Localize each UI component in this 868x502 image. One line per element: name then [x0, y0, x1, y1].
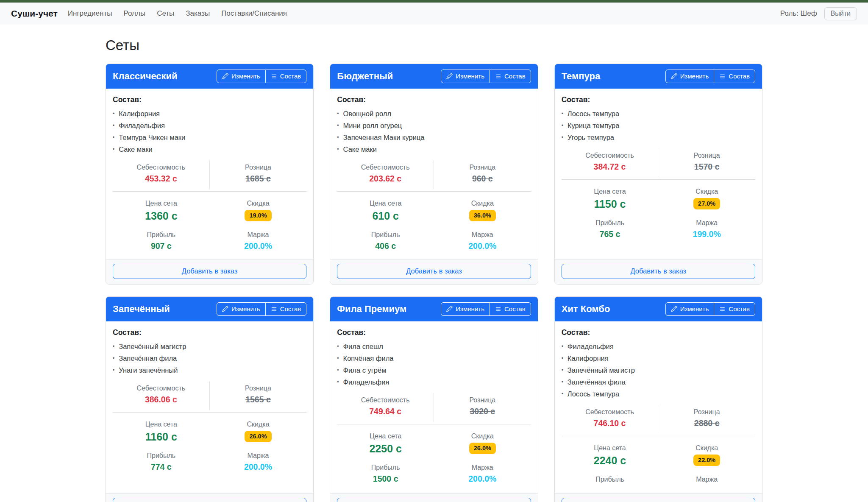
- margin-stat: Маржа 200.0%: [434, 230, 531, 251]
- page-title: Сеты: [106, 37, 762, 53]
- composition-list: ФиладельфияКалифорнияЗапечённый магистрЗ…: [562, 343, 755, 398]
- pencil-icon: [671, 306, 677, 312]
- retail-value: 3020 с: [434, 406, 531, 417]
- set-card: Темпура Изменить Состав Состав: Лосось: [554, 64, 762, 284]
- composition-item: Запечённая фила: [113, 354, 306, 363]
- profit-stat: Прибыль 765 с: [562, 218, 659, 240]
- retail-label: Розница: [434, 163, 531, 172]
- navbar-brand[interactable]: Суши-учет: [11, 8, 58, 19]
- set-price-value: 2240 с: [562, 454, 659, 467]
- composition-item: Калифорния: [562, 354, 755, 363]
- set-name: Хит Комбо: [562, 304, 610, 315]
- edit-set-button[interactable]: Изменить: [665, 70, 715, 83]
- edit-set-button[interactable]: Изменить: [441, 70, 490, 83]
- set-card-body: Состав: Овощной роллМини ролл огурецЗапе…: [330, 89, 537, 259]
- composition-button-label: Состав: [280, 73, 301, 80]
- composition-button[interactable]: Состав: [490, 70, 531, 83]
- set-card-footer: Добавить в заказ: [330, 259, 537, 284]
- edit-set-button[interactable]: Изменить: [665, 302, 715, 316]
- edit-set-button[interactable]: Изменить: [217, 302, 266, 316]
- composition-list: Лосось темпураКурица темпураУгорь темпур…: [562, 110, 755, 142]
- discount-stat: Скидка 27.0%: [658, 187, 755, 211]
- profit-label: Прибыль: [337, 230, 434, 239]
- add-to-order-button[interactable]: Добавить в заказ: [562, 264, 755, 279]
- add-to-order-button[interactable]: Добавить в заказ: [113, 264, 306, 279]
- profit-label: Прибыль: [562, 475, 659, 484]
- cost-label: Себестоимость: [337, 163, 434, 172]
- price-discount-row: Цена сета 610 с Скидка 36.0%: [337, 199, 531, 223]
- cost-label: Себестоимость: [113, 384, 209, 393]
- retail-label: Розница: [434, 396, 531, 404]
- composition-item: Саке маки: [337, 145, 531, 153]
- composition-item: Саке маки: [113, 145, 306, 153]
- set-price-value: 1150 с: [562, 198, 659, 211]
- set-name: Темпура: [562, 71, 600, 82]
- composition-button[interactable]: Состав: [265, 70, 307, 83]
- set-price-value: 610 с: [337, 209, 434, 223]
- retail-value: 1685 с: [210, 173, 307, 184]
- retail-value: 960 с: [434, 173, 531, 184]
- set-card-header: Хит Комбо Изменить Состав: [555, 297, 762, 321]
- composition-item: Запечённая фила: [562, 378, 755, 386]
- composition-button[interactable]: Состав: [714, 302, 755, 316]
- composition-item: Калифорния: [113, 110, 306, 118]
- composition-heading: Состав:: [562, 328, 755, 337]
- set-card-header: Бюджетный Изменить Состав: [330, 64, 537, 89]
- margin-label: Маржа: [210, 451, 307, 460]
- profit-stat: Прибыль 406 с: [337, 230, 434, 251]
- retail-label: Розница: [658, 407, 755, 416]
- profit-margin-row: Прибыль 1500 с Маржа 200.0%: [337, 463, 531, 484]
- cost-value: 384.72 с: [562, 162, 658, 172]
- set-card: Бюджетный Изменить Состав Состав: Овощ: [330, 64, 538, 284]
- edit-set-button[interactable]: Изменить: [441, 302, 490, 316]
- add-to-order-button[interactable]: Добавить в заказ: [113, 498, 306, 502]
- nav-item-1[interactable]: Ингредиенты: [68, 9, 112, 18]
- nav-item-2[interactable]: Роллы: [123, 9, 145, 18]
- nav-item-4[interactable]: Заказы: [186, 9, 210, 18]
- retail-stat: Розница 1685 с: [210, 160, 307, 189]
- set-card-body: Состав: Фила спешлКопчёная филаФила с уг…: [330, 321, 537, 492]
- retail-label: Розница: [210, 384, 307, 393]
- navbar-links: ИнгредиентыРоллыСетыЗаказыПоставки/Списа…: [68, 9, 287, 18]
- set-card-header: Фила Премиум Изменить Состав: [330, 297, 537, 321]
- pencil-icon: [222, 306, 228, 312]
- price-discount-row: Цена сета 2250 с Скидка 26.0%: [337, 432, 531, 455]
- set-name: Фила Премиум: [337, 304, 406, 315]
- margin-stat: Маржа 200.0%: [210, 230, 307, 251]
- add-to-order-button[interactable]: Добавить в заказ: [562, 498, 755, 502]
- logout-button[interactable]: Выйти: [824, 7, 857, 20]
- composition-button[interactable]: Состав: [265, 302, 307, 316]
- stats-divider: [113, 191, 306, 192]
- composition-item: Темпура Чикен маки: [113, 134, 306, 142]
- navbar: Суши-учет ИнгредиентыРоллыСетыЗаказыПост…: [0, 3, 868, 25]
- composition-button-label: Состав: [729, 73, 750, 80]
- stats-divider: [337, 424, 531, 424]
- cost-retail-row: Себестоимость 384.72 с Розница 1570 с: [562, 148, 755, 177]
- margin-stat: Маржа 199.0%: [658, 218, 755, 240]
- list-icon: [271, 73, 277, 79]
- set-price-stat: Цена сета 1150 с: [562, 187, 659, 211]
- set-price-label: Цена сета: [113, 199, 210, 208]
- edit-set-button-label: Изменить: [456, 73, 484, 80]
- list-icon: [271, 306, 277, 312]
- set-card: Фила Премиум Изменить Состав Состав: Ф: [330, 296, 538, 502]
- margin-label: Маржа: [434, 230, 531, 239]
- retail-value: 2880 с: [658, 418, 755, 429]
- profit-value: 765 с: [562, 229, 659, 240]
- edit-set-button[interactable]: Изменить: [217, 70, 266, 83]
- nav-item-5[interactable]: Поставки/Списания: [221, 9, 287, 18]
- composition-item: Копчёная фила: [337, 354, 531, 363]
- cost-label: Себестоимость: [562, 151, 658, 160]
- composition-button[interactable]: Состав: [490, 302, 531, 316]
- profit-label: Прибыль: [562, 218, 659, 227]
- role-label: Роль: Шеф: [780, 9, 817, 18]
- add-to-order-button[interactable]: Добавить в заказ: [337, 498, 531, 502]
- pencil-icon: [671, 73, 677, 79]
- nav-item-3[interactable]: Сеты: [157, 9, 174, 18]
- composition-button[interactable]: Состав: [714, 70, 755, 83]
- profit-margin-row: Прибыль 765 с Маржа 199.0%: [562, 218, 755, 240]
- margin-value: 200.0%: [434, 241, 531, 251]
- pencil-icon: [222, 73, 228, 79]
- composition-item: Курица темпура: [562, 122, 755, 130]
- add-to-order-button[interactable]: Добавить в заказ: [337, 264, 531, 279]
